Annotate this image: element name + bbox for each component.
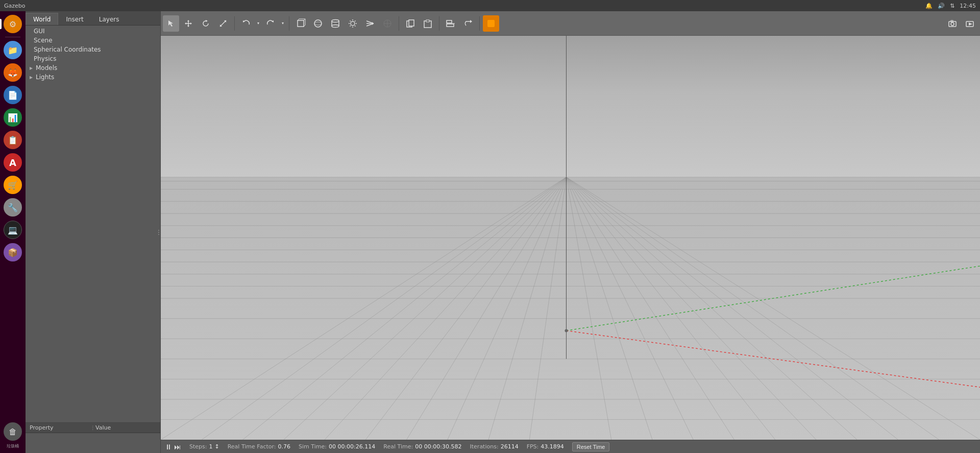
redo-history-btn[interactable]: ▾ — [280, 15, 286, 32]
taskbar-files[interactable]: 📁 — [2, 39, 23, 61]
box-icon — [296, 18, 306, 29]
svg-rect-55 — [161, 177, 980, 440]
svg-marker-47 — [470, 20, 472, 23]
taskbar-separator-1 — [5, 37, 20, 37]
cylinder-icon — [330, 18, 340, 29]
lights-arrow-icon: ▶ — [30, 75, 34, 80]
taskbar-firefox[interactable]: 🦊 — [2, 62, 23, 83]
snap-icon — [463, 18, 473, 29]
scale-tool-btn[interactable] — [215, 15, 231, 32]
spot-light-icon — [382, 18, 393, 29]
taskbar-app[interactable]: 📦 — [2, 242, 23, 263]
tab-world[interactable]: World — [26, 13, 58, 25]
align-icon — [446, 18, 456, 29]
redo-btn[interactable] — [262, 15, 279, 32]
rotate-tool-btn[interactable] — [198, 15, 214, 32]
taskbar-trash[interactable]: 🗑 — [2, 421, 23, 442]
box-shape-btn[interactable] — [292, 15, 309, 32]
iterations-label: Iterations: — [470, 443, 499, 450]
tree-item-models[interactable]: ▶ Models — [26, 63, 160, 73]
svg-rect-48 — [487, 20, 495, 27]
svg-point-18 — [314, 20, 322, 27]
redo-arrow-icon: ▾ — [282, 21, 284, 26]
svg-rect-41 — [409, 20, 414, 26]
taskbar-terminal[interactable]: 💻 — [2, 219, 23, 241]
spot-light-btn[interactable] — [379, 15, 396, 32]
svg-rect-46 — [447, 24, 454, 27]
svg-point-20 — [332, 19, 339, 22]
undo-history-btn[interactable]: ▾ — [255, 15, 261, 32]
tab-insert[interactable]: Insert — [58, 13, 91, 25]
amazon-icon: 🛒 — [4, 176, 22, 194]
select-tool-btn[interactable] — [163, 15, 179, 32]
paste-btn[interactable] — [420, 15, 436, 32]
align-btn[interactable] — [443, 15, 459, 32]
property-resize-handle[interactable]: ⋮ — [90, 425, 95, 431]
reset-time-btn[interactable]: Reset Time — [572, 442, 610, 451]
tree-item-lights[interactable]: ▶ Lights — [26, 73, 160, 82]
svg-rect-43 — [426, 20, 429, 22]
rtf-value: 0.76 — [278, 443, 291, 450]
taskbar-font[interactable]: A — [2, 152, 23, 173]
pause-btn[interactable]: ⏸ — [165, 443, 172, 451]
tree-item-spherical[interactable]: Spherical Coordinates — [26, 45, 160, 54]
trash-label: 垃圾桶 — [7, 443, 19, 449]
title-bar-left: Gazebo — [4, 3, 26, 9]
directional-light-icon — [365, 18, 375, 29]
trash-icon: 🗑 — [4, 422, 22, 441]
taskbar-calc[interactable]: 📊 — [2, 107, 23, 128]
svg-point-24 — [351, 21, 355, 26]
taskbar-writer[interactable]: 📄 — [2, 84, 23, 106]
directional-light-btn[interactable] — [362, 15, 378, 32]
record-btn[interactable] — [962, 15, 978, 32]
snap-btn[interactable] — [460, 15, 476, 32]
tree-item-physics[interactable]: Physics — [26, 54, 160, 63]
undo-icon — [242, 19, 250, 28]
redo-icon — [266, 19, 275, 28]
sep-2 — [289, 16, 289, 31]
sep-5 — [479, 16, 480, 31]
screenshot-btn[interactable] — [944, 15, 961, 32]
network-icon: ⇅ — [950, 3, 954, 9]
undo-btn[interactable] — [238, 15, 254, 32]
viewport[interactable] — [161, 36, 980, 440]
svg-marker-2 — [187, 20, 189, 21]
paste-icon — [423, 19, 432, 28]
svg-rect-54 — [161, 36, 980, 177]
files-icon: 📁 — [4, 41, 22, 59]
resize-dots — [158, 230, 159, 235]
tab-layers[interactable]: Layers — [91, 13, 127, 25]
status-bar: ⏸ ⏭ Steps: 1 ↕ Real Time Factor: 0.76 Si… — [161, 440, 980, 453]
steps-value: 1 — [209, 443, 212, 450]
notification-icon: 🔔 — [925, 3, 933, 9]
orange-object-btn[interactable] — [483, 15, 499, 32]
translate-tool-btn[interactable] — [180, 15, 197, 32]
camera-icon — [948, 19, 957, 28]
steps-label: Steps: — [189, 443, 207, 450]
svg-marker-4 — [185, 22, 186, 25]
property-header: Property ⋮ Value — [26, 423, 160, 433]
taskbar-amazon[interactable]: 🛒 — [2, 174, 23, 196]
rtf-label: Real Time Factor: — [228, 443, 276, 450]
taskbar-impress[interactable]: 📋 — [2, 129, 23, 151]
writer-icon: 📄 — [4, 86, 22, 104]
sun-light-btn[interactable] — [345, 15, 361, 32]
taskbar-settings[interactable]: 🔧 — [2, 197, 23, 218]
tree-item-label-lights: Lights — [36, 74, 54, 81]
taskbar-gazebo[interactable]: ⚙ — [2, 13, 23, 35]
tree-item-gui[interactable]: GUI — [26, 27, 160, 36]
svg-point-50 — [951, 22, 954, 26]
sphere-shape-btn[interactable] — [310, 15, 326, 32]
firefox-icon: 🦊 — [4, 63, 22, 82]
tree-item-scene[interactable]: Scene — [26, 36, 160, 45]
left-panel: World Insert Layers GUI Scene Spherical … — [26, 11, 161, 453]
tree-item-label-spherical: Spherical Coordinates — [34, 46, 101, 53]
real-time-factor-item: Real Time Factor: 0.76 — [228, 443, 290, 450]
toolbar: ▾ ▾ — [161, 11, 980, 36]
copy-btn[interactable] — [402, 15, 419, 32]
gazebo-app-icon: ⚙ — [4, 15, 22, 33]
step-forward-btn[interactable]: ⏭ — [174, 443, 181, 451]
left-panel-resize[interactable] — [158, 11, 160, 453]
steps-arrow[interactable]: ↕ — [214, 443, 219, 450]
cylinder-shape-btn[interactable] — [327, 15, 344, 32]
